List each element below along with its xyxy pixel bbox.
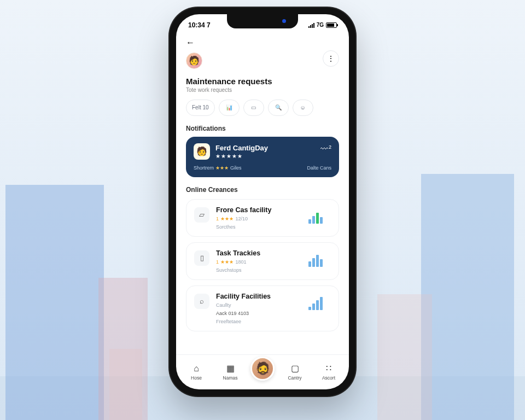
tab-bar: ⌂ Hose ▦ Namas 🧔 ▢ Cantry ∷ Ascort bbox=[176, 354, 349, 389]
filter-row: Felt 10 📊 ▭ 🔍 ☺︎ bbox=[186, 100, 339, 116]
list-item[interactable]: ▯ Task Trackies 1 ★★★1801 Suvchstops bbox=[186, 242, 339, 280]
item-sub: Sorcthes bbox=[216, 224, 294, 230]
phone-frame: 10:34 7 7G ← 🧑 ⋮ Maintenance requests To… bbox=[170, 8, 355, 396]
hero-avatar: 🧑 bbox=[194, 143, 210, 160]
notification-hero-card[interactable]: 〰2 🧑 Ferd CantigDay ★★★★★ Shortrem★★★Gil… bbox=[186, 137, 339, 177]
hero-stars: ★★★★★ bbox=[215, 153, 268, 159]
page-title: Maintenance requests bbox=[186, 77, 339, 86]
document-icon: ▯ bbox=[194, 250, 209, 266]
filter-settings-button[interactable]: ☺︎ bbox=[293, 100, 313, 116]
tab-names[interactable]: ▦ Namas bbox=[217, 363, 244, 381]
phone-screen: 10:34 7 7G ← 🧑 ⋮ Maintenance requests To… bbox=[176, 14, 349, 389]
home-icon: ⌂ bbox=[194, 364, 199, 374]
grid-icon: ▦ bbox=[226, 363, 235, 374]
filter-calendar-button[interactable]: ▭ bbox=[243, 100, 264, 116]
filter-pill-text[interactable]: Felt 10 bbox=[186, 100, 215, 116]
facility-icon: ▱ bbox=[194, 207, 209, 223]
item-chart-thumb bbox=[300, 206, 331, 226]
item-title: Facility Facilities bbox=[216, 293, 294, 300]
hero-foot-right: Dalte Cans bbox=[307, 165, 331, 171]
settings-icon: ☺︎ bbox=[300, 104, 305, 110]
phone-notch bbox=[227, 14, 298, 28]
tab-country[interactable]: ▢ Cantry bbox=[281, 363, 308, 381]
search-icon: 🔍 bbox=[275, 104, 282, 110]
hero-title: Ferd CantigDay bbox=[215, 144, 268, 152]
page-subtitle: Tote work requects bbox=[186, 87, 339, 93]
wave-icon: 〰 bbox=[320, 144, 328, 153]
hero-foot-left: Shortrem★★★Giles bbox=[194, 165, 242, 171]
list-item[interactable]: ▱ Frore Cas facility 1 ★★★12/10 Sorcthes bbox=[186, 199, 339, 237]
hero-badge: 〰2 bbox=[320, 144, 331, 153]
battery-icon bbox=[326, 22, 337, 28]
filter-chart-button[interactable]: 📊 bbox=[219, 100, 240, 116]
status-time: 10:34 7 bbox=[188, 21, 211, 29]
dots-icon: ∷ bbox=[326, 363, 331, 374]
back-button[interactable]: ← bbox=[186, 37, 197, 48]
box-icon: ▢ bbox=[291, 363, 299, 374]
chart-icon: 📊 bbox=[226, 104, 232, 110]
item-chart-thumb bbox=[300, 249, 331, 269]
tab-home[interactable]: ⌂ Hose bbox=[183, 364, 210, 381]
network-label: 7G bbox=[317, 22, 324, 28]
item-title: Frore Cas facility bbox=[216, 206, 294, 214]
more-menu-button[interactable]: ⋮ bbox=[323, 50, 339, 67]
filter-search-button[interactable]: 🔍 bbox=[268, 100, 289, 116]
section-online: Online Creances bbox=[186, 186, 339, 194]
item-title: Task Trackies bbox=[216, 249, 294, 257]
signal-icon bbox=[308, 22, 314, 28]
calendar-icon: ▭ bbox=[251, 104, 256, 110]
item-sub: Freeftetaee bbox=[216, 319, 294, 324]
link-icon: ⌕ bbox=[194, 294, 209, 309]
tab-account[interactable]: ∷ Ascort bbox=[315, 363, 342, 381]
user-avatar[interactable]: 🧑 bbox=[186, 52, 202, 69]
section-notifications: Notifications bbox=[186, 125, 339, 132]
tab-center-avatar[interactable]: 🧔 bbox=[250, 357, 275, 381]
list-item[interactable]: ⌕ Facility Facilities Caullty Aack 019 4… bbox=[186, 285, 339, 331]
item-chart-thumb bbox=[300, 293, 331, 312]
item-sub: Suvchstops bbox=[216, 267, 294, 273]
